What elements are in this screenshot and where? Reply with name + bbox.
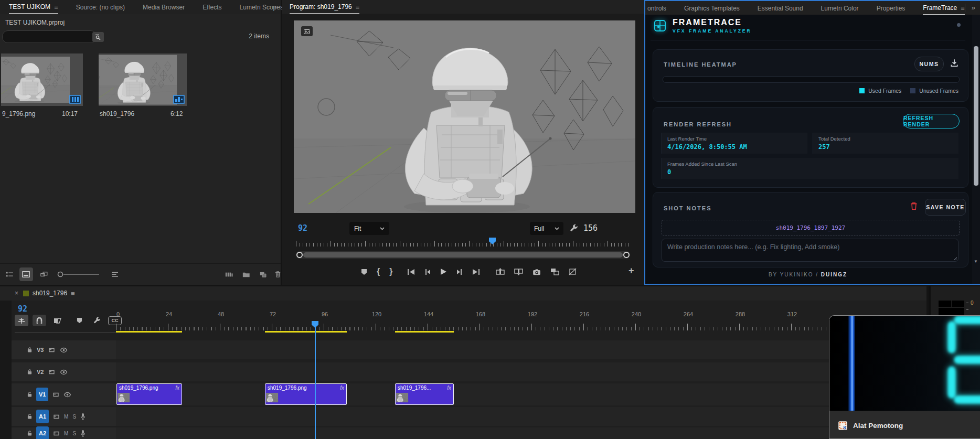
scroll-handle-right[interactable] xyxy=(623,252,630,258)
track-output-eye-icon[interactable] xyxy=(63,392,71,398)
go-to-in-icon[interactable] xyxy=(407,269,415,275)
tab-lumetri-scopes[interactable]: Lumetri Scopes xyxy=(240,1,283,13)
scroll-handle-left[interactable] xyxy=(296,252,303,258)
search-in-bin-button[interactable] xyxy=(92,32,104,42)
tab-lumetri-color[interactable]: Lumetri Color xyxy=(821,2,859,14)
refresh-render-button[interactable]: REFRESH RENDER xyxy=(903,114,960,129)
scrollbar-down-arrow-icon[interactable]: ▼ xyxy=(974,259,978,264)
timeline-clip[interactable]: sh019_1796...fx xyxy=(395,383,454,405)
play-icon[interactable] xyxy=(440,268,447,275)
production-notes-textarea[interactable] xyxy=(662,239,958,262)
nums-toggle-button[interactable]: NUMS xyxy=(914,57,944,71)
tab-project[interactable]: TEST UJIKOM≡ xyxy=(9,1,58,14)
panel-menu-icon[interactable]: ≡ xyxy=(71,290,75,297)
icon-view-button[interactable] xyxy=(19,267,33,281)
playback-quality-select[interactable]: Full xyxy=(530,222,563,235)
project-item-sequence[interactable] xyxy=(99,53,187,106)
source-patch-icon[interactable] xyxy=(48,369,55,375)
tab-essential-sound[interactable]: Essential Sound xyxy=(758,2,803,14)
project-item-clip[interactable] xyxy=(1,53,83,106)
track-name[interactable]: V2 xyxy=(37,369,44,375)
tab-frametrace[interactable]: FrameTrace≡ xyxy=(923,2,965,15)
monitor-scrollbar[interactable] xyxy=(296,251,630,259)
frametrace-panel: ontrols Graphics Templates Essential Sou… xyxy=(644,0,980,285)
export-frame-icon[interactable] xyxy=(532,269,541,275)
mute-toggle[interactable]: M xyxy=(64,431,68,436)
panel-menu-icon[interactable]: ≡ xyxy=(961,4,965,12)
monitor-time-ruler[interactable] xyxy=(296,237,630,248)
mic-voiceover-icon[interactable] xyxy=(80,413,86,420)
snip-preview-image[interactable] xyxy=(829,316,980,411)
thumbnail-zoom-slider[interactable] xyxy=(57,271,99,277)
panel-menu-icon[interactable]: ≡ xyxy=(54,3,58,11)
solo-toggle[interactable]: S xyxy=(72,431,76,436)
tab-overflow-icon[interactable]: » xyxy=(273,3,276,10)
add-marker-icon[interactable] xyxy=(361,269,367,275)
frametrace-scrollbar[interactable]: ▼ xyxy=(972,15,980,284)
source-patch-icon[interactable] xyxy=(52,392,59,398)
tab-graphics-templates[interactable]: Graphics Templates xyxy=(684,2,740,14)
tab-effect-controls[interactable]: ontrols xyxy=(647,2,666,14)
timeline-playhead-line[interactable] xyxy=(315,322,316,439)
delete-note-trash-icon[interactable] xyxy=(910,202,918,210)
new-item-icon[interactable] xyxy=(260,271,267,278)
lock-icon[interactable] xyxy=(27,413,32,420)
freeform-view-icon[interactable] xyxy=(40,271,48,278)
project-tabbar: TEST UJIKOM≡ Source: (no clips) Media Br… xyxy=(0,0,281,14)
mark-in-icon[interactable]: { xyxy=(377,267,380,276)
go-to-out-icon[interactable] xyxy=(472,269,480,275)
tab-properties[interactable]: Properties xyxy=(877,2,906,14)
panel-menu-icon[interactable]: ≡ xyxy=(356,3,360,11)
lift-icon[interactable] xyxy=(496,268,505,275)
mute-toggle[interactable]: M xyxy=(64,414,68,420)
monitor-current-frame[interactable]: 92 xyxy=(298,223,307,233)
resize-handle-icon[interactable] xyxy=(953,256,957,261)
new-bin-folder-icon[interactable] xyxy=(242,271,250,278)
clip-label: sh019_1796.png xyxy=(119,385,158,391)
sort-icon[interactable] xyxy=(112,272,118,277)
close-tab-icon[interactable]: × xyxy=(15,290,18,297)
lock-icon[interactable] xyxy=(27,369,32,375)
step-forward-icon[interactable] xyxy=(456,269,463,275)
mic-voiceover-icon[interactable] xyxy=(80,430,86,437)
project-search-input[interactable] xyxy=(2,30,97,43)
track-target-badge[interactable]: V1 xyxy=(36,388,48,401)
heatmap-bar xyxy=(663,76,960,83)
tab-effects[interactable]: Effects xyxy=(203,1,221,13)
source-patch-icon[interactable] xyxy=(53,414,60,420)
save-note-button[interactable]: SAVE NOTE xyxy=(925,199,966,216)
lock-icon[interactable] xyxy=(27,347,32,353)
mark-out-icon[interactable]: } xyxy=(389,267,392,276)
timeline-clip[interactable]: sh019_1796.pngfx xyxy=(265,383,347,405)
tab-program-monitor[interactable]: Program: sh019_1796≡ xyxy=(290,1,359,14)
track-output-eye-icon[interactable] xyxy=(60,347,68,353)
trash-icon[interactable] xyxy=(275,271,281,278)
lock-icon[interactable] xyxy=(27,430,32,436)
solo-toggle[interactable]: S xyxy=(72,414,76,420)
download-heatmap-icon[interactable] xyxy=(950,59,958,67)
comparison-view-icon[interactable] xyxy=(550,268,559,275)
track-target-badge[interactable]: A2 xyxy=(36,426,49,439)
add-button-icon[interactable]: + xyxy=(629,265,634,276)
tab-media-browser[interactable]: Media Browser xyxy=(143,1,185,13)
list-view-icon[interactable] xyxy=(6,271,13,278)
tab-sequence[interactable]: sh019_1796 xyxy=(33,290,67,297)
tab-overflow-icon[interactable]: » xyxy=(972,4,975,12)
step-back-icon[interactable] xyxy=(424,269,431,275)
track-output-eye-icon[interactable] xyxy=(60,369,68,375)
zoom-level-select[interactable]: Fit xyxy=(349,222,389,235)
tab-source[interactable]: Source: (no clips) xyxy=(76,1,125,13)
settings-wrench-icon[interactable] xyxy=(570,224,578,232)
timeline-ruler[interactable]: 0 24 48 72 96 120 144 168 192 216 240 26… xyxy=(0,319,926,330)
automate-to-sequence-icon[interactable] xyxy=(225,271,233,278)
track-name[interactable]: V3 xyxy=(37,347,44,353)
timeline-clip[interactable]: sh019_1796.pngfx xyxy=(116,383,182,405)
scrollbar-thumb[interactable] xyxy=(974,46,978,186)
source-patch-icon[interactable] xyxy=(48,347,55,353)
source-patch-icon[interactable] xyxy=(53,431,60,436)
extract-icon[interactable] xyxy=(514,268,523,275)
track-target-badge[interactable]: A1 xyxy=(36,410,49,423)
lock-icon[interactable] xyxy=(27,391,32,398)
multicam-toggle-icon[interactable] xyxy=(569,268,577,275)
timeline-timecode[interactable]: 92 xyxy=(18,304,27,314)
